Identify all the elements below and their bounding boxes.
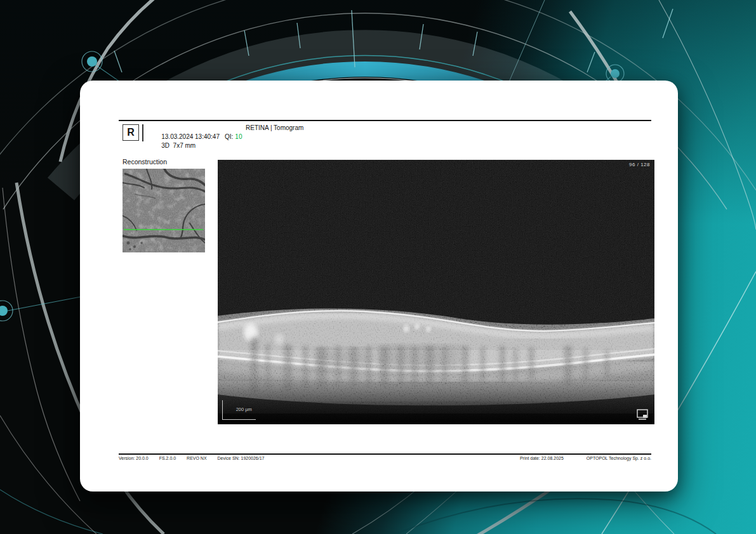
eye-laterality-badge: R bbox=[123, 124, 139, 141]
footer-version: Version: 20.0.0 bbox=[119, 456, 149, 460]
qi-label: QI: bbox=[225, 133, 233, 140]
eye-badge-letter: R bbox=[127, 127, 135, 138]
header-line-1: 13.03.2024 13:40:47QI:10 RETINA | Tomogr… bbox=[147, 124, 592, 133]
scan-datetime: 13.03.2024 13:40:47 bbox=[161, 133, 220, 140]
footer-serial: Device SN: 1920026/17 bbox=[218, 456, 265, 460]
footer-device-info: Version: 20.0.0 FS.2.0.0 REVO NX Device … bbox=[119, 456, 274, 460]
scan-program: 3D 7x7 mm bbox=[161, 142, 196, 149]
scale-marker: 200 µm bbox=[222, 400, 256, 420]
footer-divider bbox=[119, 453, 651, 455]
report-footer: Version: 20.0.0 FS.2.0.0 REVO NX Device … bbox=[119, 456, 651, 460]
display-icon bbox=[637, 409, 649, 420]
footer-print-info: Print date: 22.08.2025 OPTOPOL Technolog… bbox=[498, 456, 651, 460]
footer-company: OPTOPOL Technology Sp. z o.o. bbox=[587, 456, 651, 460]
footer-device: REVO NX bbox=[187, 456, 207, 460]
footer-software: FS.2.0.0 bbox=[159, 456, 176, 460]
monitor-icon bbox=[637, 409, 649, 420]
reconstruction-thumbnail bbox=[123, 169, 205, 252]
fundus-image bbox=[123, 169, 205, 252]
background: R 13.03.2024 13:40:47QI:10 RETINA | Tomo… bbox=[0, 0, 756, 534]
badge-divider bbox=[142, 124, 143, 141]
frame-counter: 96 / 128 bbox=[629, 162, 650, 167]
report-page: R 13.03.2024 13:40:47QI:10 RETINA | Tomo… bbox=[80, 81, 678, 492]
tomogram-bscan: 96 / 128 200 µm bbox=[218, 160, 654, 424]
oct-bscan-image bbox=[218, 160, 654, 424]
exam-header: 13.03.2024 13:40:47QI:10 RETINA | Tomogr… bbox=[147, 124, 592, 141]
header-divider bbox=[119, 120, 651, 121]
reconstruction-label: Reconstruction bbox=[123, 158, 167, 166]
exam-type: RETINA | Tomogram bbox=[246, 124, 303, 133]
scale-label: 200 µm bbox=[236, 407, 252, 412]
qi-value: 10 bbox=[235, 133, 242, 140]
footer-print-date: Print date: 22.08.2025 bbox=[520, 456, 564, 460]
